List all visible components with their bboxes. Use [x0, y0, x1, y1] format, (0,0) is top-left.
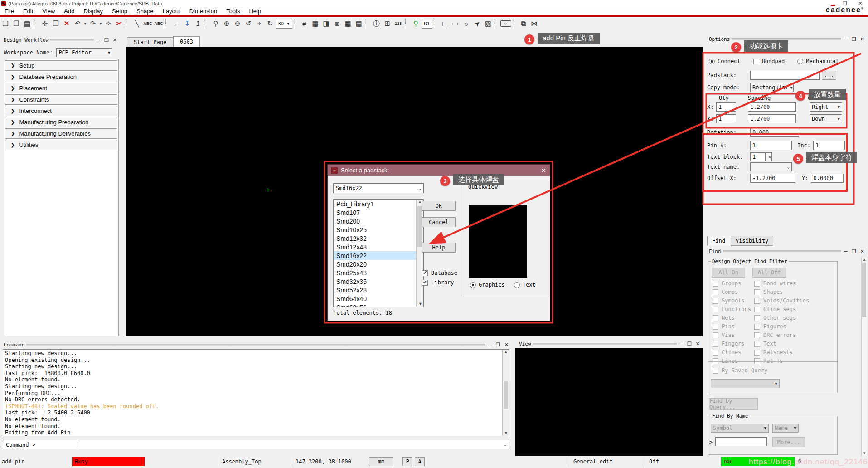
x-order-select[interactable]: Right▼ — [810, 102, 842, 112]
zoom-in-icon[interactable]: ⊕ — [221, 20, 232, 28]
find-name-input[interactable] — [715, 437, 767, 446]
close-panel-icon[interactable]: ✕ — [860, 36, 864, 42]
float-panel-icon[interactable]: ❐ — [687, 341, 692, 347]
edit-mode-label[interactable]: General edit — [573, 458, 613, 465]
scroll-up-icon[interactable]: ▲ — [863, 258, 866, 262]
menu-item[interactable]: Layout — [158, 8, 185, 15]
padstack-list-item[interactable]: Pcb_Library1 — [334, 200, 417, 208]
delete-icon[interactable]: ✕ — [61, 20, 72, 28]
text-radio[interactable] — [514, 282, 520, 288]
filter-checkbox[interactable] — [713, 298, 718, 304]
filter-checkbox[interactable] — [713, 281, 718, 287]
command-scrollbar[interactable]: ▲▼ — [502, 350, 509, 436]
y-order-select[interactable]: Down▼ — [810, 114, 842, 123]
float-panel-icon[interactable]: ❐ — [852, 249, 856, 254]
units-button[interactable]: mm — [369, 457, 393, 466]
tab-0603[interactable]: 0603 — [173, 36, 200, 47]
all-off-button[interactable]: All Off — [752, 268, 786, 278]
shape-polygon-icon[interactable]: ∟ — [439, 20, 450, 28]
scrollbar-thumb[interactable] — [504, 381, 508, 409]
view-canvas[interactable] — [515, 348, 703, 456]
padstack-list-item[interactable]: Smd52x28 — [334, 286, 417, 294]
tab-find[interactable]: Find — [707, 236, 730, 246]
grid-toggle-icon[interactable]: # — [299, 20, 310, 28]
command-input[interactable]: ⌄ — [78, 440, 509, 449]
workflow-item[interactable]: ❯ Placement — [5, 83, 117, 93]
menu-item[interactable]: Setup — [107, 8, 132, 15]
workspace-select[interactable]: PCB Editor▼ — [56, 48, 112, 57]
filter-checkbox[interactable] — [754, 324, 760, 330]
zoom-points-icon[interactable]: ⚲ — [210, 20, 221, 28]
add-text-icon[interactable]: ABC — [142, 21, 153, 26]
list-scrollbar[interactable]: ▲▼ — [416, 200, 423, 307]
filter-checkbox[interactable] — [713, 289, 718, 295]
padstack-combo[interactable]: Smd16x22 ⌄ — [333, 183, 424, 193]
redo-icon[interactable]: ↷ — [87, 20, 98, 28]
find-by-query-button[interactable]: Find by Query... — [709, 398, 758, 410]
graphics-radio[interactable] — [470, 282, 476, 288]
status-icon[interactable]: ⊞ — [382, 20, 393, 28]
filter-checkbox[interactable] — [713, 315, 718, 321]
minimize-panel-icon[interactable]: ─ — [844, 249, 848, 254]
zoom-fit-icon[interactable]: ⌖ — [254, 20, 265, 28]
layer-stack-icon[interactable]: ⧈ — [332, 20, 343, 28]
a-button[interactable]: A — [415, 457, 425, 466]
add-vertex-icon[interactable]: ⌐ — [171, 20, 182, 28]
padstack-list-item[interactable]: Smd64x40 — [334, 294, 417, 303]
zoom-out-icon[interactable]: ⊖ — [232, 20, 243, 28]
dialog-titlebar[interactable]: ⠶ Select a padstack: ✕ — [328, 165, 550, 176]
scroll-down-icon[interactable]: ▼ — [863, 451, 866, 455]
padstack-list-item[interactable]: Smd32x35 — [334, 277, 417, 286]
copy-view-icon[interactable]: ⧉ — [518, 20, 529, 28]
rats-off-icon[interactable]: ↥ — [193, 20, 204, 28]
copy-mode-select[interactable]: Rectangular▼ — [750, 83, 794, 92]
workflow-item[interactable]: ❯ Setup — [5, 60, 117, 71]
padstack-input[interactable] — [750, 71, 820, 80]
padstack-list[interactable]: Pcb_Library1Smd107Smd200Smd10x25Smd12x32… — [333, 199, 424, 307]
x-spacing-input[interactable]: 1.2700 — [748, 102, 796, 112]
redraw-icon[interactable]: ↻ — [265, 20, 276, 28]
snapshot-icon[interactable]: ○ — [500, 20, 511, 27]
bondpad-checkbox[interactable] — [753, 58, 759, 64]
cancel-button[interactable]: Cancel — [422, 217, 456, 227]
float-panel-icon[interactable]: ❐ — [104, 37, 109, 43]
padstack-list-item[interactable]: Smd107 — [334, 208, 417, 217]
float-panel-icon[interactable]: ❐ — [852, 36, 856, 42]
help-button[interactable]: Help — [422, 243, 456, 253]
padstack-browse-button[interactable]: ... — [822, 71, 836, 80]
unhighlight-icon[interactable]: ✂ — [114, 20, 125, 28]
find-by-name-type-select[interactable]: Symbol▼ — [711, 424, 769, 433]
highlight-icon[interactable]: ✧ — [103, 20, 114, 28]
color-dialog-icon[interactable]: ▦ — [310, 20, 321, 28]
measure-icon[interactable]: 123 — [393, 21, 404, 26]
undo-icon[interactable]: ↶ — [72, 20, 83, 28]
info-icon[interactable]: ⓘ — [371, 20, 382, 28]
library-checkbox[interactable] — [422, 280, 428, 286]
filter-checkbox[interactable] — [713, 307, 718, 312]
text-block-input[interactable]: 1 — [750, 152, 766, 161]
menu-item[interactable]: Display — [79, 8, 107, 15]
workflow-item[interactable]: ❯ Manufacturing Preparation — [5, 117, 117, 127]
filter-checkbox[interactable] — [754, 307, 760, 312]
filter-checkbox[interactable] — [713, 341, 718, 347]
padstack-list-item[interactable]: Smd12x48 — [334, 243, 417, 251]
all-on-button[interactable]: All On — [712, 268, 745, 278]
workflow-item[interactable]: ❯ Constraints — [5, 94, 117, 105]
command-log[interactable]: Starting new design...Opening existing d… — [3, 349, 509, 436]
close-panel-icon[interactable]: ✕ — [504, 342, 509, 348]
properties-form-icon[interactable]: ▤ — [354, 20, 364, 28]
x-qty-input[interactable]: 1 — [716, 102, 736, 112]
pin-number-input[interactable]: 1 — [750, 141, 792, 150]
padstack-list-item[interactable]: Smd200 — [334, 217, 417, 225]
filter-checkbox[interactable] — [754, 289, 760, 295]
y-spacing-input[interactable]: 1.2700 — [748, 114, 796, 123]
workflow-item[interactable]: ❯ Database Preparation — [5, 72, 117, 82]
mechanical-radio[interactable] — [797, 58, 803, 64]
close-panel-icon[interactable]: ✕ — [860, 249, 864, 254]
filter-checkbox[interactable] — [754, 315, 760, 321]
filter-checkbox[interactable] — [754, 332, 760, 338]
padstack-list-item[interactable]: Smd25x48 — [334, 268, 417, 277]
ref-des-button[interactable]: R1 — [422, 19, 432, 29]
chevron-down-icon[interactable]: ⌄ — [504, 442, 509, 447]
padstack-list-item[interactable]: Smd10x25 — [334, 225, 417, 234]
